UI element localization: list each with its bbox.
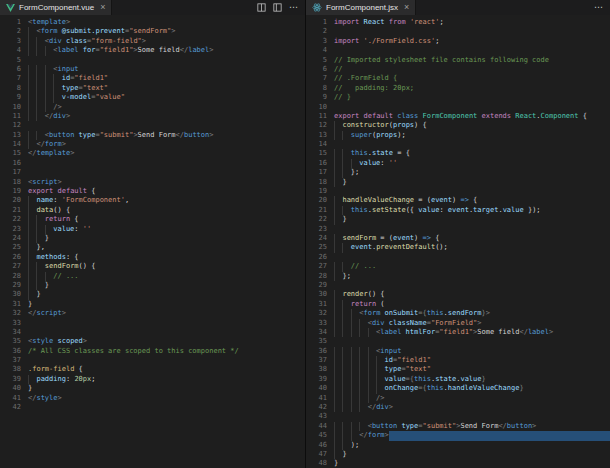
code-line[interactable]: 16 xyxy=(0,159,305,168)
code-line[interactable]: 25event.preventDefault(); xyxy=(306,243,610,252)
code-line[interactable]: 2<form @submit.prevent="sendForm"> xyxy=(0,27,305,36)
code-line[interactable]: 32</script> xyxy=(0,309,305,318)
code-line[interactable]: 41</style> xyxy=(0,394,305,403)
code-line[interactable]: 18} xyxy=(306,178,610,187)
code-line[interactable]: 10/> xyxy=(0,103,305,112)
code-line[interactable]: 6// xyxy=(306,65,610,74)
code-editor-jsx[interactable]: 1import React from 'react';23import './F… xyxy=(306,15,610,468)
code-line[interactable]: 1import React from 'react'; xyxy=(306,18,610,27)
code-line[interactable]: 1<template> xyxy=(0,18,305,27)
code-line[interactable]: 26 xyxy=(306,253,610,262)
code-line[interactable]: 23value: '' xyxy=(0,225,305,234)
code-line[interactable]: 3<div class="form-field"> xyxy=(0,37,305,46)
code-line[interactable]: 40} xyxy=(0,384,305,393)
code-line[interactable]: 24sendForm = (event) => { xyxy=(306,234,610,243)
code-line[interactable]: 10 xyxy=(306,103,610,112)
code-line[interactable]: 37id="field1" xyxy=(306,356,610,365)
code-line[interactable]: 15</template> xyxy=(0,149,305,158)
tab-formcomponent-vue[interactable]: FormComponent.vue × xyxy=(0,0,112,15)
code-line[interactable]: 23 xyxy=(306,225,610,234)
code-line[interactable]: 31return ( xyxy=(306,300,610,309)
code-line[interactable]: 27sendForm() { xyxy=(0,262,305,271)
code-line[interactable]: 13<button type="submit">Send Form</butto… xyxy=(0,131,305,140)
code-line[interactable]: 16value: '' xyxy=(306,159,610,168)
code-line[interactable]: 2 xyxy=(306,27,610,36)
code-line[interactable]: 27// ... xyxy=(306,262,610,271)
code-line[interactable]: 28// ... xyxy=(0,272,305,281)
code-line[interactable]: 22} xyxy=(306,215,610,224)
code-line[interactable]: 35 xyxy=(306,337,610,346)
more-actions-icon[interactable]: ⋯ xyxy=(594,3,603,12)
code-line[interactable]: 38type="text" xyxy=(306,365,610,374)
code-line[interactable]: 11</div> xyxy=(0,112,305,121)
code-line[interactable]: 18<script> xyxy=(0,178,305,187)
close-icon[interactable]: × xyxy=(100,3,105,12)
code-line[interactable]: 37 xyxy=(0,356,305,365)
code-line[interactable]: 36/* All CSS classes are scoped to this … xyxy=(0,347,305,356)
code-line[interactable]: 5 xyxy=(0,56,305,65)
code-line[interactable]: 12 xyxy=(0,121,305,130)
code-line[interactable]: 20name: 'FormComponent', xyxy=(0,196,305,205)
close-icon[interactable]: × xyxy=(404,3,409,12)
code-line[interactable]: 7id="field1" xyxy=(0,74,305,83)
code-line[interactable]: 40onChange={this.handleValueChange} xyxy=(306,384,610,393)
code-line[interactable]: 14</form> xyxy=(0,140,305,149)
code-line[interactable]: 29 xyxy=(306,281,610,290)
code-line[interactable]: 3import './FormField.css'; xyxy=(306,37,610,46)
tab-formcomponent-jsx[interactable]: FormComponent.jsx × xyxy=(306,0,416,15)
code-line[interactable]: 44<button type="submit">Send Form</butto… xyxy=(306,422,610,431)
code-line[interactable]: 35<style scoped> xyxy=(0,337,305,346)
code-line[interactable]: 7// .FormField { xyxy=(306,74,610,83)
code-line[interactable]: 17 xyxy=(0,168,305,177)
code-line[interactable]: 19 xyxy=(306,187,610,196)
toggle-layout-icon[interactable] xyxy=(273,3,282,12)
code-line[interactable]: 28}; xyxy=(306,272,610,281)
code-line[interactable]: 4 xyxy=(306,46,610,55)
code-line[interactable]: 45</form> xyxy=(306,431,610,440)
code-line[interactable]: 30} xyxy=(0,290,305,299)
code-line[interactable]: 31} xyxy=(0,300,305,309)
code-line[interactable]: 13super(props); xyxy=(306,131,610,140)
split-editor-icon[interactable] xyxy=(257,3,266,12)
code-line[interactable]: 29} xyxy=(0,281,305,290)
code-line[interactable]: 46); xyxy=(306,441,610,450)
code-line[interactable]: 38.form-field { xyxy=(0,365,305,374)
code-line[interactable]: 33<div className="FormField"> xyxy=(306,319,610,328)
code-line[interactable]: 41/> xyxy=(306,394,610,403)
code-line[interactable]: 24} xyxy=(0,234,305,243)
code-line[interactable]: 5// Imported stylesheet file contains fo… xyxy=(306,56,610,65)
code-line[interactable]: 33 xyxy=(0,319,305,328)
code-line[interactable]: 4<label for="field1">Some field</label> xyxy=(0,46,305,55)
code-line[interactable]: 21this.setState({ value: event.target.va… xyxy=(306,206,610,215)
code-line[interactable]: 39padding: 20px; xyxy=(0,375,305,384)
code-line[interactable]: 36<input xyxy=(306,347,610,356)
code-line[interactable]: 9v-model="value" xyxy=(0,93,305,102)
code-line[interactable]: 8// padding: 20px; xyxy=(306,84,610,93)
code-line[interactable]: 34<label htmlFor="field1">Some field</la… xyxy=(306,328,610,337)
code-line[interactable]: 42</div> xyxy=(306,403,610,412)
code-line[interactable]: 14 xyxy=(306,140,610,149)
code-line[interactable]: 30render() { xyxy=(306,290,610,299)
code-line[interactable]: 21data() { xyxy=(0,206,305,215)
code-line[interactable]: 9// } xyxy=(306,93,610,102)
code-line[interactable]: 42 xyxy=(0,403,305,412)
code-line[interactable]: 47} xyxy=(306,450,610,459)
code-line[interactable]: 12constructor(props) { xyxy=(306,121,610,130)
code-line[interactable]: 17}; xyxy=(306,168,610,177)
code-line[interactable]: 19export default { xyxy=(0,187,305,196)
code-line[interactable]: 39value={this.state.value} xyxy=(306,375,610,384)
code-line[interactable]: 22return { xyxy=(0,215,305,224)
code-line[interactable]: 26methods: { xyxy=(0,253,305,262)
code-line[interactable]: 32<form onSubmit={this.sendForm}> xyxy=(306,309,610,318)
more-actions-icon[interactable]: ⋯ xyxy=(289,3,298,12)
code-line[interactable]: 11export default class FormComponent ext… xyxy=(306,112,610,121)
code-line[interactable]: 8type="text" xyxy=(0,84,305,93)
code-line[interactable]: 48} xyxy=(306,459,610,468)
code-line[interactable]: 34 xyxy=(0,328,305,337)
code-line[interactable]: 20handleValueChange = (event) => { xyxy=(306,196,610,205)
code-line[interactable]: 43 xyxy=(306,412,610,421)
code-line[interactable]: 15this.state = { xyxy=(306,149,610,158)
code-line[interactable]: 6<input xyxy=(0,65,305,74)
code-editor-vue[interactable]: 1<template>2<form @submit.prevent="sendF… xyxy=(0,15,305,468)
code-line[interactable]: 25}, xyxy=(0,243,305,252)
